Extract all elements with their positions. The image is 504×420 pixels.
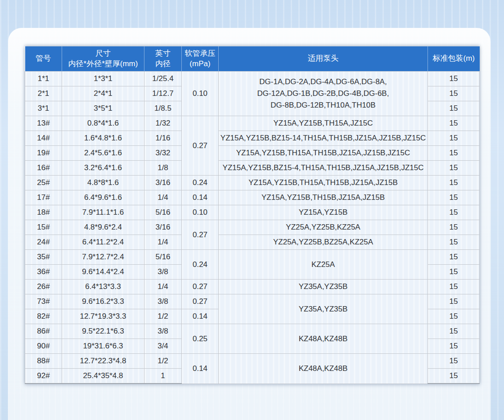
cell-size: 6.4*9.6*1.6 — [62, 190, 144, 205]
cell-size: 7.9*11.1*1.6 — [62, 205, 144, 220]
header-pumps-label: 适用泵头 — [219, 54, 428, 63]
header-packaging: 标准包装(m) — [428, 46, 480, 72]
header-pumps: 适用泵头 — [219, 46, 428, 72]
cell-inch: 1/25.4 — [144, 72, 182, 86]
table-row: 13# 0.8*4*1.6 1/32 0.27 YZ15A,YZ15B,TH15… — [25, 116, 480, 131]
pump-line: KZ48A,KZ48B — [220, 333, 427, 345]
tube-spec-table: 管号 尺寸 内径*外径*壁厚(mm) 英寸 内径 软管承压 (mPa) 适用泵头… — [25, 46, 480, 384]
cell-pack: 15 — [428, 220, 480, 235]
cell-pumps: YZ25A,YZ25B,BZ25A,KZ25A — [219, 235, 428, 250]
cell-tube-no: 14# — [25, 131, 62, 146]
cell-pumps: YZ15A,YZ15B,TH15A,TH15B,JZ15A,JZ15B,JZ15… — [219, 146, 428, 161]
cell-pressure: 0.27 — [182, 280, 219, 294]
cell-size: 1.6*4.8*1.6 — [62, 131, 144, 146]
cell-tube-no: 26# — [25, 280, 62, 294]
pump-line: YZ25A,YZ25B,BZ25A,KZ25A — [220, 236, 427, 248]
cell-tube-no: 13# — [25, 116, 62, 131]
cell-inch: 3/16 — [144, 220, 182, 235]
cell-pumps: KZ48A,KZ48B — [219, 354, 428, 384]
cell-tube-no: 36# — [25, 265, 62, 280]
header-pressure: 软管承压 (mPa) — [182, 46, 219, 72]
cell-pack: 15 — [428, 101, 480, 116]
cell-pressure: 0.14 — [182, 309, 219, 324]
header-tube-no: 管号 — [25, 46, 62, 72]
cell-tube-no: 19# — [25, 146, 62, 161]
table-row: 86# 9.5*22.1*6.3 3/8 0.25 KZ48A,KZ48B 15 — [25, 324, 480, 339]
cell-tube-no: 2*1 — [25, 86, 62, 101]
cell-inch: 1/2 — [144, 309, 182, 324]
cell-inch: 3/32 — [144, 146, 182, 161]
cell-tube-no: 90# — [25, 339, 62, 354]
cell-inch: 3/8 — [144, 324, 182, 339]
cell-pressure: 0.24 — [182, 250, 219, 280]
cell-pack: 15 — [428, 339, 480, 354]
cell-pack: 15 — [428, 176, 480, 190]
table-row: 16# 3.2*6.4*1.6 1/8 YZ15A,YZ15B,BZ15-4,T… — [25, 161, 480, 176]
cell-pack: 15 — [428, 369, 480, 384]
table-header: 管号 尺寸 内径*外径*壁厚(mm) 英寸 内径 软管承压 (mPa) 适用泵头… — [25, 46, 480, 72]
cell-inch: 5/16 — [144, 250, 182, 265]
cell-size: 6.4*11.2*2.4 — [62, 235, 144, 250]
cell-size: 3*5*1 — [62, 101, 144, 116]
table-row: 19# 2.4*5.6*1.6 3/32 YZ15A,YZ15B,TH15A,T… — [25, 146, 480, 161]
cell-inch: 3/16 — [144, 176, 182, 190]
pump-line: DG-12A,DG-1B,DG-2B,DG-4B,DG-6B, — [220, 88, 427, 99]
cell-inch: 1/16 — [144, 131, 182, 146]
cell-pressure: 0.27 — [182, 220, 219, 250]
table-row: 25# 4.8*8*1.6 3/16 0.24 YZ15A,YZ15B,TH15… — [25, 176, 480, 190]
cell-size: 3.2*6.4*1.6 — [62, 161, 144, 176]
cell-pack: 15 — [428, 72, 480, 86]
cell-inch: 3/8 — [144, 294, 182, 309]
cell-pumps: YZ15A,YZ15B,TH15A,JZ15C — [219, 116, 428, 131]
cell-pressure: 0.14 — [182, 190, 219, 205]
cell-size: 9.6*14.4*2.4 — [62, 265, 144, 280]
header-row: 管号 尺寸 内径*外径*壁厚(mm) 英寸 内径 软管承压 (mPa) 适用泵头… — [25, 46, 480, 72]
cell-size: 9.6*16.2*3.3 — [62, 294, 144, 309]
cell-pack: 15 — [428, 265, 480, 280]
cell-pack: 15 — [428, 250, 480, 265]
cell-size: 4.8*8*1.6 — [62, 176, 144, 190]
table-row: 15# 4.8*9.6*2.4 3/16 0.27 YZ25A,YZ25B,KZ… — [25, 220, 480, 235]
cell-pack: 15 — [428, 190, 480, 205]
header-pressure-unit: (mPa) — [182, 59, 218, 69]
pump-line: YZ15A,YZ15B,TH15A,TH15B,JZ15A,JZ15B — [220, 177, 427, 189]
table-row: 18# 7.9*11.1*1.6 5/16 0.10 YZ15A,YZ15B 1… — [25, 205, 480, 220]
cell-tube-no: 17# — [25, 190, 62, 205]
cell-pack: 15 — [428, 116, 480, 131]
cell-tube-no: 16# — [25, 161, 62, 176]
cell-inch: 1/32 — [144, 116, 182, 131]
cell-pack: 15 — [428, 354, 480, 369]
cell-tube-no: 92# — [25, 369, 62, 384]
table-row: 14# 1.6*4.8*1.6 1/16 YZ15A,YZ15B,BZ15-14… — [25, 131, 480, 146]
cell-size: 0.8*4*1.6 — [62, 116, 144, 131]
cell-size: 25.4*35*4.8 — [62, 369, 144, 384]
cell-inch: 1/12.7 — [144, 86, 182, 101]
cell-pumps: YZ15A,YZ15B,BZ15-4,TH15A,TH15B,JZ15A,JZ1… — [219, 161, 428, 176]
cell-tube-no: 15# — [25, 220, 62, 235]
header-size-sublabel: 内径*外径*壁厚(mm) — [62, 59, 144, 69]
cell-pressure: 0.27 — [182, 294, 219, 309]
pump-line: YZ15A,YZ15B,BZ15-4,TH15A,TH15B,JZ15A,JZ1… — [220, 162, 427, 174]
cell-inch: 1/4 — [144, 190, 182, 205]
table-row: 1*1 1*3*1 1/25.4 0.10 DG-1A,DG-2A,DG-4A,… — [25, 72, 480, 86]
cell-pumps: YZ25A,YZ25B,KZ25A — [219, 220, 428, 235]
cell-pack: 15 — [428, 161, 480, 176]
pump-line: YZ15A,YZ15B,BZ15-14,TH15A,TH15B,JZ15A,JZ… — [220, 132, 427, 144]
cell-size: 6.4*13*3.3 — [62, 280, 144, 294]
pump-line: KZ25A — [220, 259, 427, 271]
cell-tube-no: 88# — [25, 354, 62, 369]
cell-inch: 1/2 — [144, 354, 182, 369]
cell-tube-no: 18# — [25, 205, 62, 220]
pump-line: YZ15A,YZ15B,TH15A,JZ15C — [220, 117, 427, 129]
header-size: 尺寸 内径*外径*壁厚(mm) — [62, 46, 144, 72]
cell-inch: 1/8 — [144, 161, 182, 176]
cell-inch: 1 — [144, 369, 182, 384]
cell-tube-no: 73# — [25, 294, 62, 309]
pump-line: DG-8B,DG-12B,TH10A,TH10B — [220, 99, 427, 111]
cell-pressure: 0.27 — [182, 116, 219, 176]
cell-pack: 15 — [428, 86, 480, 101]
cell-tube-no: 86# — [25, 324, 62, 339]
pump-line: YZ25A,YZ25B,KZ25A — [220, 221, 427, 233]
pump-line: YZ15A,YZ15B,TH15B,JZ15A,JZ15B — [220, 192, 427, 203]
cell-tube-no: 1*1 — [25, 72, 62, 86]
